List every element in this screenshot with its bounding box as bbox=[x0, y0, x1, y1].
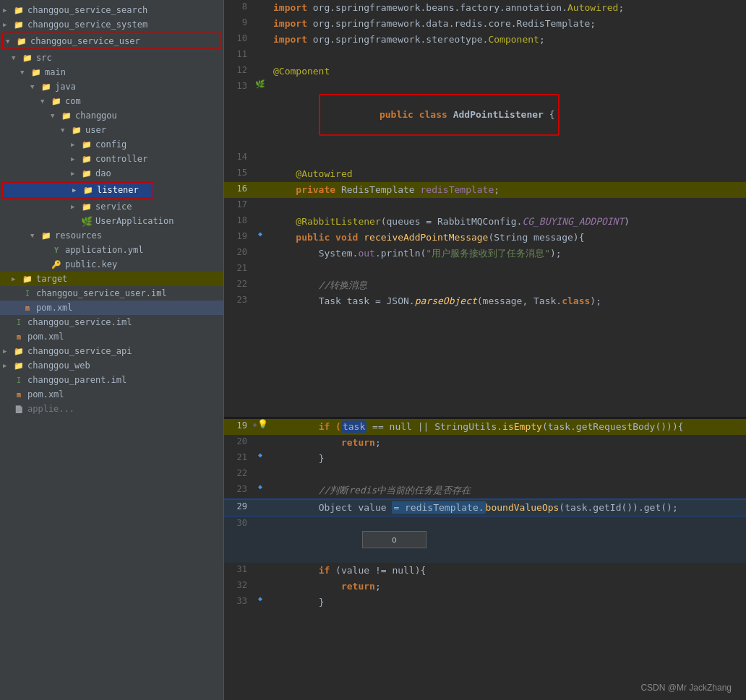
line-content: import org.springframework.beans.factory… bbox=[270, 0, 746, 16]
tree-label: listener bbox=[97, 185, 150, 195]
iml-icon: I bbox=[13, 316, 25, 328]
code-line-14: 14 bbox=[224, 150, 746, 166]
tree-item-service-iml[interactable]: I changgou_service.iml bbox=[0, 315, 223, 329]
line-number: 17 bbox=[224, 198, 253, 209]
tree-label: changgou bbox=[75, 111, 220, 121]
line-gutter: ◆ bbox=[253, 451, 267, 459]
code-line-17: 17 bbox=[224, 198, 746, 214]
tree-item-pom-xml-parent[interactable]: m pom.xml bbox=[0, 387, 223, 402]
arrow-right-icon: ▶ bbox=[72, 186, 82, 194]
line-number: 14 bbox=[224, 150, 253, 162]
line-content: public void receiveAddPointMessage(Strin… bbox=[270, 230, 746, 246]
tree-item-service[interactable]: ▶ 📁 service bbox=[0, 199, 223, 214]
folder-icon: 📁 bbox=[61, 110, 72, 121]
tree-item-resources[interactable]: ▼ 📁 resources bbox=[0, 228, 223, 243]
tree-item-controller[interactable]: ▶ 📁 controller bbox=[0, 152, 223, 166]
folder-icon: 📁 bbox=[81, 153, 93, 165]
line-number: 22 bbox=[224, 467, 253, 478]
code-line-12: 12 @Component bbox=[224, 64, 746, 79]
line-content: Object value = redisTemplate.boundValueO… bbox=[270, 500, 746, 516]
arrow-down-icon: ▼ bbox=[30, 232, 40, 239]
arrow-icon: ▶ bbox=[3, 7, 13, 14]
tree-label: changgou_service_user.iml bbox=[36, 288, 220, 298]
arrow-right-icon: ▶ bbox=[71, 155, 81, 163]
iml-icon: I bbox=[13, 374, 25, 386]
tree-item-application-yml[interactable]: Y application.yml bbox=[0, 243, 223, 257]
line-content: if (task == null || StringUtils.isEmpty(… bbox=[270, 419, 746, 435]
line-content: import org.springframework.stereotype.Co… bbox=[270, 32, 746, 48]
folder-icon: 📁 bbox=[81, 201, 93, 212]
line-number: 23 bbox=[224, 483, 253, 494]
line-content: } bbox=[270, 451, 746, 467]
line-number: 30 bbox=[224, 517, 253, 528]
arrow-down-icon: ▼ bbox=[61, 126, 71, 134]
code-line-b20: 20 return; bbox=[224, 435, 746, 451]
folder-icon: 📁 bbox=[81, 168, 93, 179]
line-content: } bbox=[270, 595, 746, 610]
tree-item-dao[interactable]: ▶ 📁 dao bbox=[0, 166, 223, 181]
tree-label: pom.xml bbox=[27, 389, 220, 399]
arrow-right-icon: ▶ bbox=[71, 141, 81, 148]
tree-label: service bbox=[95, 202, 220, 212]
code-bottom-section[interactable]: 19 ◆💡 if (task == null || StringUtils.is… bbox=[224, 419, 746, 700]
folder-icon: 📁 bbox=[82, 184, 94, 196]
tree-item-changgou[interactable]: ▼ 📁 changgou bbox=[0, 108, 223, 123]
tree-item-changgou-service-search[interactable]: ▶ 📁 changgou_service_search bbox=[0, 3, 223, 17]
code-line-b21: 21 ◆ } bbox=[224, 451, 746, 467]
tree-item-user-iml[interactable]: I changgou_service_user.iml bbox=[0, 286, 223, 301]
arrow-down-icon: ▼ bbox=[30, 83, 40, 90]
line-content: //判断redis中当前的任务是否存在 bbox=[270, 483, 746, 498]
tree-label: pom.xml bbox=[27, 332, 220, 342]
code-line-13: 13 🌿 public class AddPointListener { bbox=[224, 79, 746, 150]
code-editor: 8 import org.springframework.beans.facto… bbox=[224, 0, 746, 700]
line-number: 29 bbox=[224, 500, 253, 511]
line-number: 20 bbox=[224, 435, 253, 446]
arrow-down-icon: ▼ bbox=[6, 38, 16, 45]
code-line-8: 8 import org.springframework.beans.facto… bbox=[224, 0, 746, 16]
line-number: 15 bbox=[224, 166, 253, 178]
file-tree[interactable]: ▶ 📁 changgou_service_search ▶ 📁 changgou… bbox=[0, 0, 224, 700]
code-line-b32: 32 return; bbox=[224, 579, 746, 595]
tree-item-changgou-service-system[interactable]: ▶ 📁 changgou_service_system bbox=[0, 17, 223, 32]
code-line-9: 9 import org.springframework.data.redis.… bbox=[224, 16, 746, 32]
folder-icon: 📁 bbox=[81, 139, 93, 150]
tree-label: user bbox=[85, 125, 220, 135]
line-number: 11 bbox=[224, 48, 253, 59]
folder-icon: 📁 bbox=[40, 230, 52, 241]
tree-item-public-key[interactable]: 🔑 public.key bbox=[0, 257, 223, 272]
tree-item-user[interactable]: ▼ 📁 user bbox=[0, 123, 223, 137]
arrow-icon: ▶ bbox=[3, 21, 13, 28]
tree-item-parent-iml[interactable]: I changgou_parent.iml bbox=[0, 373, 223, 387]
code-line-15: 15 @Autowired bbox=[224, 166, 746, 182]
line-number: 19 bbox=[224, 419, 253, 431]
tree-item-changgou-service-api[interactable]: ▶ 📁 changgou_service_api bbox=[0, 344, 223, 358]
line-content: o bbox=[270, 517, 746, 563]
tree-label: controller bbox=[95, 154, 220, 164]
xml-icon: m bbox=[13, 389, 25, 400]
tree-item-main[interactable]: ▼ 📁 main bbox=[0, 65, 223, 79]
code-top-section[interactable]: 8 import org.springframework.beans.facto… bbox=[224, 0, 746, 419]
tree-item-config[interactable]: ▶ 📁 config bbox=[0, 137, 223, 152]
tree-item-changgou-service-user[interactable]: ▼ 📁 changgou_service_user bbox=[3, 34, 220, 48]
key-icon: 🔑 bbox=[51, 259, 62, 270]
tree-item-user-application[interactable]: 🌿 UserApplication bbox=[0, 214, 223, 228]
line-content: @Component bbox=[270, 64, 746, 79]
tree-item-java[interactable]: ▼ 📁 java bbox=[0, 79, 223, 94]
tree-item-pom-xml-service[interactable]: m pom.xml bbox=[0, 329, 223, 344]
tree-item-target[interactable]: ▶ 📁 target bbox=[0, 272, 223, 286]
folder-icon: 📁 bbox=[13, 19, 25, 30]
folder-icon: 📁 bbox=[22, 52, 33, 64]
tree-item-changgou-web[interactable]: ▶ 📁 changgou_web bbox=[0, 358, 223, 373]
tree-item-com[interactable]: ▼ 📁 com bbox=[0, 94, 223, 108]
line-gutter: ◆ bbox=[253, 483, 267, 491]
tree-item-pom-xml-user[interactable]: m pom.xml bbox=[0, 301, 223, 315]
tree-label: changgou_service_user bbox=[30, 36, 218, 46]
tree-item-src[interactable]: ▼ 📁 src bbox=[0, 51, 223, 65]
tree-label: changgou_service_api bbox=[27, 346, 220, 356]
tree-item-listener[interactable]: ▶ 📁 listener bbox=[3, 183, 153, 197]
folder-icon: 📁 bbox=[13, 345, 25, 357]
code-line-23: 23 Task task = JSON.parseObject(message,… bbox=[224, 293, 746, 309]
line-number: 13 bbox=[224, 79, 253, 91]
line-gutter: ◆💡 bbox=[253, 419, 267, 429]
arrow-right-icon: ▶ bbox=[71, 170, 81, 177]
